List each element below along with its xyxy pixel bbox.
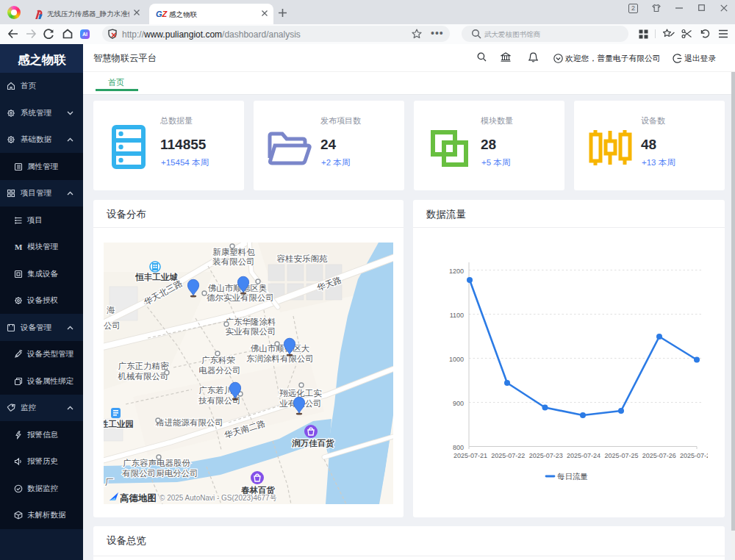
svg-text:2025-07-21: 2025-07-21 [453,452,487,459]
svg-text:1100: 1100 [450,312,464,319]
svg-text:2025-07-26: 2025-07-26 [642,452,676,459]
svg-text:装有限公司: 装有限公司 [212,257,255,266]
svg-text:新康塑料包: 新康塑料包 [212,248,255,256]
svg-text:广东正力精密: 广东正力精密 [118,362,170,370]
svg-text:有限公司厨电分公司: 有限公司厨电分公司 [122,469,198,478]
svg-text:东润涂料有限公司: 东润涂料有限公司 [246,354,314,363]
svg-text:德尔实业有限公司: 德尔实业有限公司 [207,293,274,302]
svg-text:2025-07-24: 2025-07-24 [567,452,600,459]
svg-text:电器分公司: 电器分公司 [198,366,241,375]
svg-text:公司: 公司 [104,321,121,330]
svg-text:容桂安乐阁苑: 容桂安乐阁苑 [277,254,329,263]
svg-text:每日流量: 每日流量 [557,472,588,481]
svg-text:900: 900 [453,400,464,407]
svg-text:高德地图: 高德地图 [120,493,157,503]
svg-text:胜工业园: 胜工业园 [104,420,134,428]
svg-text:广东容声电器股份: 广东容声电器股份 [123,459,191,467]
svg-text:佛山市顺德区奥: 佛山市顺德区奥 [208,284,268,292]
svg-text:恒丰工业城: 恒丰工业城 [135,273,178,281]
svg-text:2025-07-22: 2025-07-22 [491,452,525,459]
svg-text:2025-07-23: 2025-07-23 [529,452,563,459]
svg-text:M: M [15,243,23,251]
svg-text:2025-07-25: 2025-07-25 [604,452,638,459]
svg-text:精进能源有限公司: 精进能源有限公司 [155,418,223,427]
svg-text:2025-07-27: 2025-07-27 [680,452,708,459]
svg-text:© 2025 AutoNavi - GS(2023)4677: © 2025 AutoNavi - GS(2023)4677号 [159,494,277,502]
svg-text:佛山市顺德区大: 佛山市顺德区大 [251,344,310,353]
svg-text:厂: 厂 [105,478,114,487]
svg-text:广东华隆涂料: 广东华隆涂料 [226,317,276,326]
svg-text:800: 800 [453,444,464,451]
svg-text:海: 海 [107,306,115,315]
svg-text:润万佳百货: 润万佳百货 [291,438,334,448]
svg-text:翔远化工实: 翔远化工实 [279,389,322,398]
svg-text:广东科荣: 广东科荣 [201,356,236,365]
svg-text:机械有限公司: 机械有限公司 [118,372,169,381]
svg-text:1000: 1000 [449,356,464,363]
svg-text:1200: 1200 [449,268,464,275]
svg-text:实业有限公司: 实业有限公司 [226,327,276,336]
